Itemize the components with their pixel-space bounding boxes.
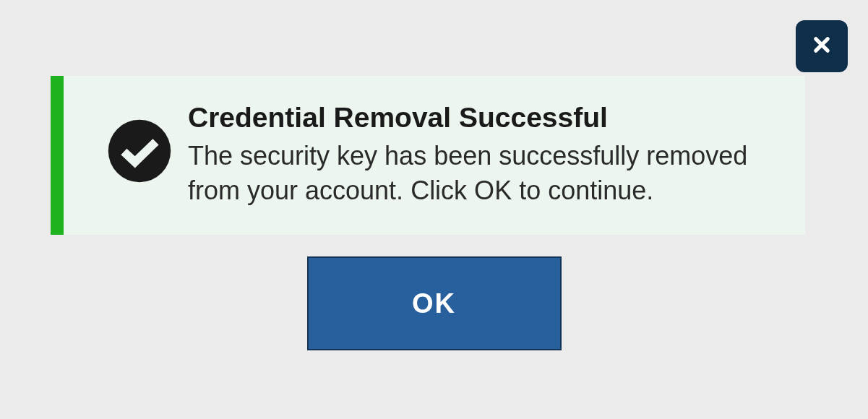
check-circle-icon bbox=[107, 118, 172, 183]
close-button[interactable] bbox=[796, 20, 848, 72]
success-alert: Credential Removal Successful The securi… bbox=[51, 76, 805, 235]
ok-button[interactable]: OK bbox=[307, 256, 562, 350]
alert-message: The security key has been successfully r… bbox=[188, 139, 776, 209]
ok-button-label: OK bbox=[412, 288, 456, 319]
svg-point-0 bbox=[108, 120, 171, 182]
alert-text-block: Credential Removal Successful The securi… bbox=[188, 102, 776, 209]
close-icon bbox=[812, 35, 832, 58]
alert-title: Credential Removal Successful bbox=[188, 102, 776, 134]
